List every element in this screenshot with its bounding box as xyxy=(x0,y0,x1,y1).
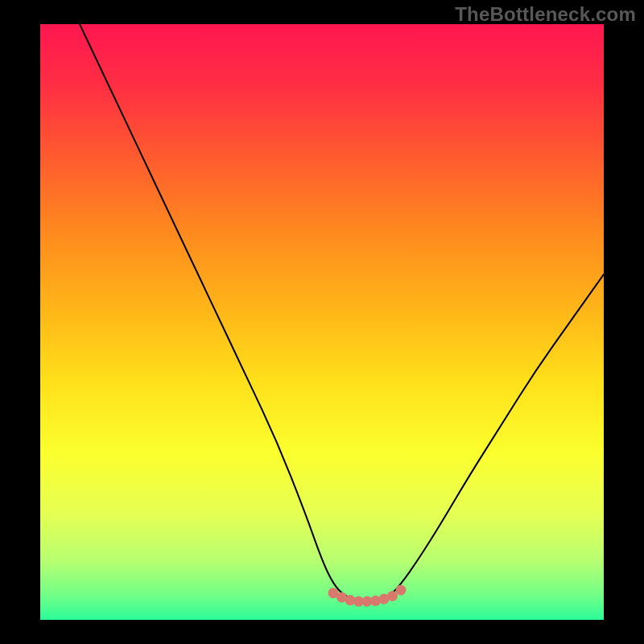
contact-marker-dot xyxy=(387,591,398,601)
watermark-text: TheBottleneck.com xyxy=(455,3,636,26)
gradient-background xyxy=(40,24,604,620)
plot-svg xyxy=(40,24,604,620)
contact-marker-dot xyxy=(396,585,407,596)
chart-frame: TheBottleneck.com xyxy=(0,0,644,644)
plot-area xyxy=(40,24,604,620)
